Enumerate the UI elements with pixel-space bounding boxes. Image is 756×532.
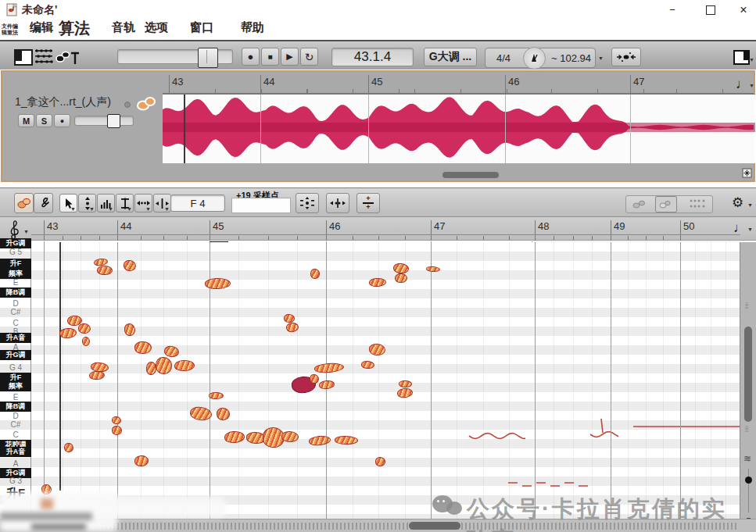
pitch-curve[interactable] bbox=[469, 434, 525, 439]
note-blob[interactable] bbox=[361, 361, 374, 370]
app-icon bbox=[6, 3, 19, 16]
note-blob[interactable] bbox=[134, 341, 152, 354]
view-mode-grid-icon[interactable] bbox=[689, 198, 706, 209]
menu-item-4[interactable]: 选项 bbox=[145, 20, 168, 35]
maximize-button[interactable] bbox=[698, 3, 722, 16]
blob-editor-icon[interactable] bbox=[55, 48, 80, 66]
track-list-icon[interactable] bbox=[34, 48, 53, 65]
note-blob[interactable] bbox=[284, 314, 295, 323]
inspector-dropdown-icon[interactable]: ▼ bbox=[749, 57, 754, 62]
zoom-slider-handle[interactable] bbox=[198, 48, 218, 68]
note-separation-button[interactable]: + + bbox=[357, 193, 380, 213]
main-tool-button[interactable]: ▼ bbox=[59, 194, 77, 212]
algorithm-tool-button[interactable] bbox=[34, 193, 53, 213]
menu-item-3[interactable]: 音轨 bbox=[112, 20, 135, 35]
pitch-curve[interactable] bbox=[590, 419, 618, 437]
pitch-label: G 3 bbox=[0, 477, 31, 485]
time-signature[interactable]: 4/4 bbox=[496, 52, 511, 64]
zoom-slider-dot[interactable] bbox=[745, 477, 752, 484]
stop-button[interactable]: ■ bbox=[261, 48, 279, 66]
time-snap-button[interactable] bbox=[326, 193, 349, 213]
menu-item-0[interactable]: 文件编 辑重法 bbox=[2, 23, 18, 36]
panel-toggle-icon[interactable] bbox=[14, 49, 33, 66]
track-scroll-zoom-icon[interactable] bbox=[741, 167, 753, 179]
time-display[interactable]: 43.1.4 bbox=[331, 48, 414, 66]
track-playhead[interactable] bbox=[184, 95, 185, 163]
minimize-button[interactable]: − bbox=[661, 3, 684, 16]
track-bar-tick bbox=[505, 75, 506, 94]
note-assignment-button[interactable] bbox=[611, 48, 641, 66]
note-blob[interactable] bbox=[97, 266, 113, 275]
tempo-value[interactable]: ~ 102.94 bbox=[551, 52, 591, 64]
track-quantize-note-icon[interactable]: ♩ bbox=[736, 77, 749, 92]
view-mode-selected[interactable] bbox=[655, 196, 677, 212]
track-waveform-area[interactable] bbox=[163, 94, 755, 163]
pitch-curve[interactable] bbox=[508, 483, 588, 486]
pitch-modulation-tool-button[interactable]: ▼ bbox=[97, 194, 115, 212]
editor-timeline-ruler[interactable]: ▼ ♩ ▼ 4344454647484950 bbox=[0, 217, 756, 241]
track-timeline-ruler[interactable]: 4344454647 bbox=[163, 75, 754, 94]
pitch-snap-button[interactable] bbox=[296, 193, 319, 213]
formant-tool-button[interactable]: ▼ bbox=[116, 194, 134, 212]
inspector-toggle-icon[interactable] bbox=[733, 50, 750, 65]
note-blob[interactable] bbox=[310, 374, 319, 384]
clef-icon[interactable] bbox=[8, 220, 22, 240]
track-volume-handle[interactable] bbox=[107, 114, 120, 128]
editor-hscroll-thumb[interactable] bbox=[409, 522, 460, 530]
menu-item-6[interactable]: 帮助 bbox=[241, 20, 264, 35]
gear-dropdown-icon[interactable]: ▼ bbox=[747, 202, 753, 208]
play-button[interactable]: ▶ bbox=[281, 48, 299, 66]
record-button[interactable]: ● bbox=[242, 48, 260, 66]
pitch-label: C# bbox=[0, 420, 31, 429]
clef-dropdown-icon[interactable]: ▼ bbox=[23, 229, 29, 234]
editor-ruler-baseline bbox=[31, 234, 740, 235]
menu-item-5[interactable]: 窗口 bbox=[190, 20, 213, 35]
timing-tool-button[interactable]: ▼ bbox=[153, 194, 171, 212]
wave-zoom-icon[interactable]: ≋ bbox=[743, 453, 751, 464]
mute-button[interactable]: M bbox=[18, 114, 34, 127]
editor-grid-beatline bbox=[483, 242, 484, 519]
pitch-tool-button[interactable]: ▼ bbox=[78, 194, 96, 212]
tempo-dropdown-icon[interactable]: ▼ bbox=[598, 55, 604, 61]
solo-button[interactable]: S bbox=[36, 114, 52, 127]
track-header[interactable]: 1_拿这个...rt_(人声) M S ● bbox=[9, 95, 159, 141]
editor-note-icon[interactable]: ♩ bbox=[733, 220, 747, 236]
note-blob[interactable] bbox=[82, 337, 90, 346]
editor-vscroll-thumb[interactable] bbox=[744, 327, 752, 422]
editor-grid-barline bbox=[431, 242, 432, 519]
close-button[interactable]: × bbox=[732, 3, 755, 16]
editor-bar-number: 44 bbox=[120, 220, 131, 232]
editor-vscroll-column: ≡≡ ≡≡ ≋ bbox=[740, 242, 756, 519]
sample-offset-field[interactable]: +19 采样点 bbox=[231, 191, 289, 212]
amplitude-tool-button[interactable]: ▼ bbox=[134, 194, 152, 212]
track-name[interactable]: 1_拿这个...rt_(人声) bbox=[15, 95, 111, 109]
track-knob[interactable] bbox=[124, 102, 131, 108]
note-blob[interactable] bbox=[375, 457, 385, 466]
zoom-slider-track[interactable] bbox=[117, 49, 233, 64]
track-hscroll-thumb[interactable] bbox=[442, 172, 499, 178]
note-blob[interactable] bbox=[281, 431, 299, 443]
note-blob[interactable] bbox=[335, 436, 358, 445]
view-mode-blobs-icon[interactable] bbox=[632, 200, 648, 209]
menu-item-2[interactable]: 算法 bbox=[59, 18, 90, 39]
menu-item-1[interactable]: 编辑 bbox=[30, 20, 53, 35]
editor-grid-beatline bbox=[592, 242, 593, 519]
cycle-button[interactable]: ↻ bbox=[300, 48, 318, 66]
metronome-button[interactable] bbox=[523, 47, 546, 70]
track-volume-track[interactable] bbox=[74, 116, 134, 126]
track-bar-number: 47 bbox=[633, 76, 644, 87]
gear-icon[interactable]: ⚙ bbox=[732, 195, 743, 211]
editor-playhead[interactable] bbox=[59, 242, 61, 491]
pitch-ruler[interactable]: 升G调G 5升F频率E降B调DC#CB升A音A升G调G 4升F频率E降B调DC#… bbox=[0, 242, 31, 519]
note-editor-grid[interactable] bbox=[31, 242, 740, 519]
note-value-field[interactable]: F 4 bbox=[170, 195, 225, 212]
arm-button[interactable]: ● bbox=[54, 114, 70, 127]
blob-mode-button[interactable] bbox=[14, 193, 34, 213]
note-blob[interactable] bbox=[399, 380, 412, 387]
censor-blur-patch bbox=[102, 497, 227, 517]
note-blob[interactable] bbox=[78, 323, 91, 334]
editor-beat-tick bbox=[646, 236, 647, 240]
track-quantize-dropdown-icon[interactable]: ▼ bbox=[749, 83, 754, 88]
key-scale-button[interactable]: G大调 ... bbox=[424, 48, 477, 66]
editor-note-dropdown-icon[interactable]: ▼ bbox=[747, 227, 753, 232]
